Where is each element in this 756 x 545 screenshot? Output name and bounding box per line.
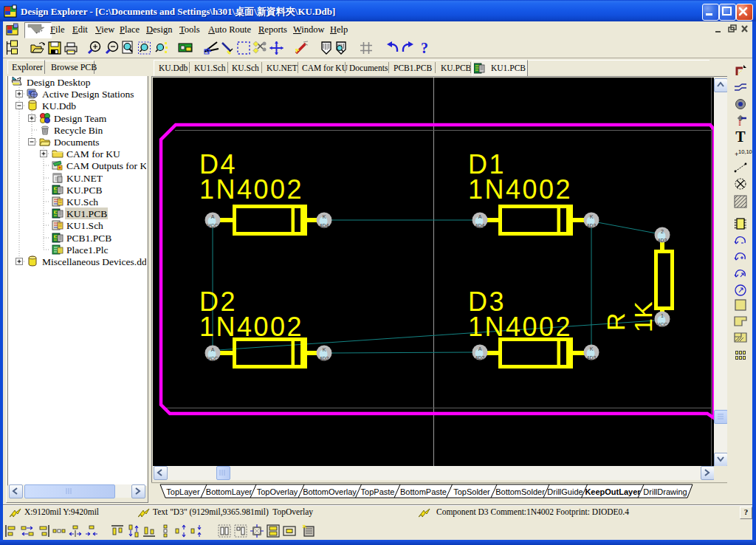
svg-text:Active Design Stations: Active Design Stations [42,89,134,100]
svg-text:KU1.Sch: KU1.Sch [66,220,103,231]
svg-text:10,10: 10,10 [738,148,752,155]
svg-text:1N4002: 1N4002 [199,174,303,205]
svg-text:1N4002: 1N4002 [468,174,572,205]
svg-text:4D3: 4D3 [587,223,597,228]
svg-text:BottomSolder: BottomSolder [495,487,545,496]
svg-text:TopOverlay: TopOverlay [257,487,298,496]
svg-text:4D2: 4D2 [320,356,329,361]
svg-text:TopSolder: TopSolder [453,487,490,496]
svg-text:4D3: 4D3 [658,238,667,243]
svg-text:KU.Ddb: KU.Ddb [42,100,76,112]
svg-text:VCC: VCC [207,223,219,228]
svg-text:Design Desktop: Design Desktop [27,77,91,88]
svg-text:BottomOverlay: BottomOverlay [303,487,357,496]
svg-text:A: A [211,214,215,219]
svg-text:Miscellaneous Devices.ddb: Miscellaneous Devices.ddb [42,256,146,267]
svg-text:2: 2 [661,229,664,234]
svg-text:1K: 1K [629,301,657,332]
svg-text:TopPaste: TopPaste [361,487,395,496]
svg-text:KU.Sch: KU.Sch [66,196,98,208]
svg-text:T: T [735,128,746,145]
svg-text:K: K [323,214,326,219]
svg-text:TopLayer: TopLayer [166,487,200,496]
svg-text:VCC: VCC [657,322,668,327]
svg-text:1N4002: 1N4002 [468,312,572,342]
svg-text:DrillDrawing: DrillDrawing [643,487,687,496]
svg-text:K: K [590,346,594,352]
svg-text:K: K [590,214,594,219]
svg-text:Recycle Bin: Recycle Bin [54,125,103,136]
svg-text:A: A [478,214,482,219]
svg-text:A: A [478,346,482,352]
svg-text:1N4002: 1N4002 [199,312,303,342]
svg-text:R: R [602,312,630,331]
svg-text:KeepOutLayer: KeepOutLayer [585,487,641,496]
svg-text:KU.NET: KU.NET [66,173,103,184]
svg-text:4D2: 4D2 [475,355,485,360]
svg-text:4D3: 4D3 [587,355,597,360]
svg-text:CAM for KU: CAM for KU [66,148,120,160]
svg-text:4D4: 4D4 [320,223,329,228]
svg-text:VCC: VCC [207,356,219,361]
svg-text:CAM Outputs for KU: CAM Outputs for KU [66,160,146,171]
svg-text:DrillGuide: DrillGuide [547,487,583,496]
svg-text:4D4: 4D4 [475,223,485,228]
svg-text:K: K [323,347,326,352]
svg-text:KU1.PCB: KU1.PCB [66,208,107,219]
svg-text:Design Team: Design Team [54,113,107,124]
svg-text:PCB1.PCB: PCB1.PCB [66,233,111,244]
svg-text:Place1.Plc: Place1.Plc [66,244,109,256]
svg-text:Documents: Documents [54,137,100,148]
svg-text:A: A [211,347,215,352]
svg-text:?: ? [421,40,428,56]
svg-text:BottomLayer: BottomLayer [206,487,252,496]
svg-text:BottomPaste: BottomPaste [400,487,447,496]
svg-text:1: 1 [661,313,664,318]
svg-text:KU.PCB: KU.PCB [66,185,102,196]
